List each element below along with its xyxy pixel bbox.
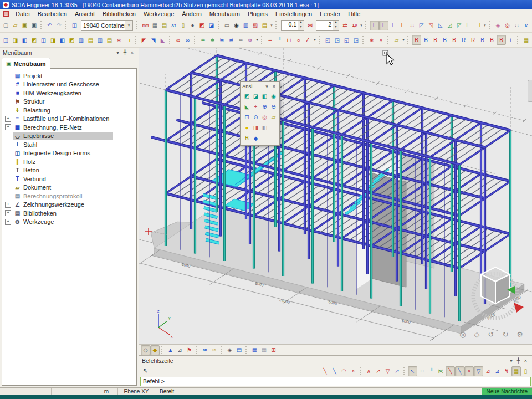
cmd-close-icon[interactable]: × — [522, 358, 529, 364]
rib-tool-2-icon[interactable]: Β — [421, 35, 431, 45]
save-as-icon[interactable]: ▣ — [29, 21, 39, 30]
tree-stahl[interactable]: IStahl — [2, 140, 136, 149]
calculator-icon[interactable]: ▤ — [160, 21, 169, 30]
command-input[interactable]: Befehl > — [140, 377, 531, 386]
member-column-1-icon[interactable]: ◫ — [1, 35, 11, 45]
view-axonometric-icon[interactable]: ◉ — [269, 91, 278, 101]
fe-mesh-ball-icon[interactable]: ● — [188, 21, 197, 30]
tree-ergebnisse[interactable]: ◡Ergebnisse — [2, 132, 136, 141]
cursor-snap-settings-icon[interactable]: ↖ — [408, 366, 417, 376]
multi-copy-count[interactable]: 2▲▼ — [316, 20, 339, 31]
plane-cell[interactable]: Ebene XY — [118, 388, 155, 395]
small-grid-icon[interactable]: ∷ — [512, 21, 521, 30]
member-recognizer-3-icon[interactable]: ◺ — [436, 21, 445, 30]
cursor-snap-step[interactable]: 0.1▲▼ — [281, 20, 304, 31]
snap-sel-midpoint-icon[interactable]: ╲ — [455, 366, 464, 376]
zoom-selection-icon[interactable]: ◎ — [260, 112, 269, 122]
group-tool-2-icon[interactable]: ≑ — [208, 35, 217, 45]
clip-box-off-icon[interactable]: ◧ — [260, 123, 269, 132]
walk-mode-icon[interactable]: + — [251, 102, 260, 111]
clipboard-icon[interactable]: ▯ — [178, 21, 188, 30]
combo-dropdown-icon[interactable]: ▾ — [125, 21, 132, 30]
nav-rotate-left-icon[interactable]: ↺ — [488, 330, 494, 339]
cmd-pin-icon[interactable]: ╀ — [515, 358, 522, 364]
snap-star-icon[interactable]: ∗ — [114, 35, 124, 45]
project-selector[interactable]: 19040 Containerbü▾ — [81, 20, 133, 31]
tree-lastfaelle[interactable]: +≡Lastfälle und LF-Kombinationen — [2, 115, 136, 124]
tree-expander-icon[interactable]: + — [5, 219, 11, 225]
menu-einstellungen[interactable]: Einstellungen — [272, 9, 316, 18]
solid-mode-icon[interactable]: ◇ — [141, 345, 150, 355]
snap-triangle-icon[interactable]: ▽ — [383, 366, 392, 376]
project-manager-icon[interactable]: ◫ — [70, 21, 79, 30]
new-project-icon[interactable]: ▢ — [1, 21, 11, 30]
menu-fenster[interactable]: Fenster — [316, 9, 344, 18]
zoom-out-icon[interactable]: ⊖ — [269, 102, 278, 111]
view-panel-close-icon[interactable]: × — [270, 84, 278, 89]
rib-tool-5-icon[interactable]: Β — [449, 35, 459, 45]
snap-vector-icon[interactable]: ↗ — [392, 366, 402, 376]
member-beam-1-icon[interactable]: ◫ — [39, 35, 48, 45]
light-toggle-icon[interactable]: ● — [242, 123, 252, 132]
group-tool-3-icon[interactable]: ≒ — [217, 35, 227, 45]
snap-midpoint-icon[interactable]: ╲ — [330, 366, 339, 376]
menu-datei[interactable]: Datei — [12, 9, 34, 18]
view-side-icon[interactable]: ◧ — [260, 91, 269, 101]
picture-gallery-icon[interactable]: ▧ — [250, 21, 260, 30]
units-toggle-icon[interactable]: mm — [141, 21, 150, 30]
tree-belastung[interactable]: ⇓Belastung — [2, 106, 136, 115]
copy-add-2-icon[interactable]: ◳ — [332, 35, 342, 45]
menu-plugins[interactable]: Plugins — [244, 9, 272, 18]
menu-menbaum[interactable]: Menübaum — [206, 9, 244, 18]
member-plate-3-icon[interactable]: ▥ — [95, 35, 105, 45]
connect-members-2-icon[interactable]: ◥ — [149, 35, 158, 45]
rendered-mode-icon[interactable]: ◆ — [150, 345, 160, 355]
zoom-window-icon[interactable]: ⊡ — [242, 112, 252, 122]
beam-end-left-icon[interactable]: ⊢ — [464, 21, 473, 30]
tree-verbund[interactable]: TVerbund — [2, 175, 136, 183]
ortho-mode-1-icon[interactable]: ⊿ — [483, 366, 493, 376]
weld-tool-icon[interactable]: ∗ — [367, 35, 376, 45]
menu-hilfe[interactable]: Hilfe — [344, 9, 364, 18]
collapsed-panel-handle[interactable] — [528, 80, 532, 102]
toolbar-dropdown-icon[interactable]: ▾ — [313, 38, 317, 42]
layers-icon[interactable]: ▦ — [150, 21, 160, 30]
member-column-3-icon[interactable]: ◧ — [20, 35, 29, 45]
toolbar-dropdown-icon[interactable]: ▾ — [401, 38, 406, 42]
rib-tool-7-icon[interactable]: R — [468, 35, 478, 45]
member-recognizer-2-icon[interactable]: ◹ — [426, 21, 436, 30]
member-recognizer-1-icon[interactable]: ◸ — [417, 21, 426, 30]
results-display-icon[interactable]: ⊿ — [175, 345, 185, 355]
member-column-4-icon[interactable]: ◩ — [29, 35, 39, 45]
cut-tool-icon[interactable]: × — [376, 35, 386, 45]
wall-corner-2-icon[interactable]: Γ — [379, 21, 388, 30]
new-messages-button[interactable]: Neue Nachrichte — [482, 388, 532, 395]
render-doc-1-icon[interactable]: ▦ — [521, 35, 531, 45]
3d-viewport[interactable]: 60006000600060002400024002400zxy ◎◇↺↻⚙ A… — [139, 48, 532, 344]
menu-werkzeuge[interactable]: Werkzeuge — [140, 9, 178, 18]
paint-properties-icon[interactable]: ◈ — [493, 21, 503, 30]
panel-pin-icon[interactable]: ╀ — [121, 50, 129, 55]
member-beam-2-icon[interactable]: ◨ — [48, 35, 58, 45]
wall-dots-icon[interactable]: ∷ — [407, 21, 417, 30]
tree-expander-icon[interactable]: + — [5, 116, 11, 122]
fe-grid-red-icon[interactable]: ⊞ — [269, 345, 278, 355]
tree-bibliotheken[interactable]: +▤Bibliotheken — [2, 209, 136, 218]
member-column-2-icon[interactable]: ◨ — [11, 35, 20, 45]
tree-berechnungsprotokoll[interactable]: ▤Berechnungsprotokoll — [2, 192, 136, 201]
group-tool-1-icon[interactable]: ≐ — [198, 35, 208, 45]
menu-ndern[interactable]: Ändern — [178, 9, 205, 18]
checker-axo-icon[interactable]: ◈ — [225, 345, 234, 355]
menu-bibliotheken[interactable]: Bibliotheken — [99, 9, 140, 18]
dialog-windows-icon[interactable]: ◩ — [197, 21, 207, 30]
tab-menubaum[interactable]: ▣ Menübaum — [2, 58, 50, 69]
3d-model-scene[interactable]: 60006000600060002400024002400zxy — [139, 48, 532, 344]
swap-tool-icon[interactable]: ⇄ — [340, 21, 350, 30]
grid-line-snap-icon[interactable]: ╨ — [427, 366, 436, 376]
tree-integrierte-design-forms[interactable]: ◫Integrierte Design Forms — [2, 149, 136, 158]
ruler-grid-icon[interactable]: ▤ — [234, 345, 244, 355]
panel-close-icon[interactable]: × — [129, 50, 136, 55]
tree-expander-icon[interactable]: + — [5, 210, 11, 216]
zoom-all-icon[interactable]: ⊙ — [251, 112, 260, 122]
view-cube-toggle-icon[interactable]: ◆ — [251, 134, 260, 143]
